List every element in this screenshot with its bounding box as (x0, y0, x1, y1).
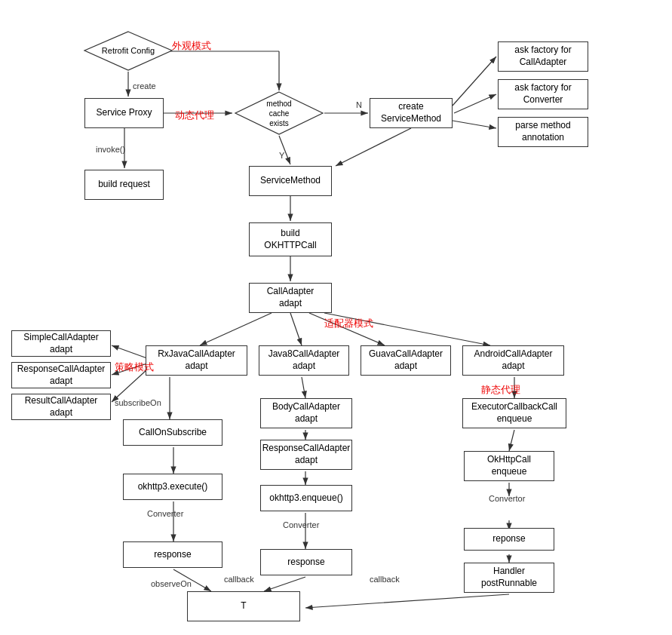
create-service-method-label: createServiceMethod (381, 101, 441, 124)
invoke-arrow-label: invoke() (96, 145, 125, 154)
simplecalladapter-box: SimpleCallAdapteradapt (11, 330, 111, 357)
java8-calladapter-box: Java8CallAdapteradapt (259, 345, 349, 376)
android-calladapter-box: AndroidCallAdapteradapt (462, 345, 564, 376)
reponse-label: reponse (492, 533, 525, 545)
method-cache-diamond: method cacheexists (234, 90, 324, 136)
ask-factory-converter-label: ask factory forConverter (514, 82, 571, 106)
callback2-label: callback (370, 575, 400, 584)
svg-line-16 (112, 345, 147, 358)
okhttpcall-enqueue-label: OkHttpCallenqueue (487, 454, 531, 477)
svg-line-13 (290, 313, 302, 345)
okhttp3-enqueue-box: okhttp3.enqueue() (260, 485, 352, 511)
response2-label: response (287, 557, 324, 569)
handler-post-label: HandlerpostRunnable (481, 566, 537, 589)
strategy-mode-label: 策略模式 (115, 360, 154, 374)
svg-line-6 (453, 57, 496, 106)
response2-box: response (260, 549, 352, 575)
resultcalladapter-box: ResultCallAdapteradapt (11, 394, 111, 420)
ask-factory-calladapter-box: ask factory forCallAdapter (498, 41, 588, 72)
parse-method-annotation-label: parse methodannotation (515, 120, 570, 143)
subscribeon-label: subscribeOn (115, 398, 161, 407)
method-cache-label: method cacheexists (256, 99, 302, 128)
simplecalladapter-label: SimpleCallAdapteradapt (23, 332, 98, 355)
svg-line-5 (279, 136, 290, 164)
bodycalladapter-label: BodyCallAdapteradapt (272, 401, 340, 425)
okhttp3-execute-box: okhttp3.execute() (123, 474, 222, 500)
calladapter-adapt-box: CallAdapteradapt (249, 283, 332, 313)
ask-factory-converter-box: ask factory forConverter (498, 79, 588, 109)
guava-calladapter-box: GuavaCallAdapteradapt (361, 345, 451, 376)
rxjava-calladapter-label: RxJavaCallAdapteradapt (158, 348, 235, 372)
svg-line-32 (264, 577, 305, 591)
guava-calladapter-label: GuavaCallAdapteradapt (369, 348, 443, 372)
responsecalladapter2-label: ResponseCallAdapteradapt (262, 443, 351, 466)
build-okhttpcall-box: buildOKHTTPCall (249, 222, 332, 256)
executor-callback-box: ExecutorCallbackCallenqueue (462, 398, 566, 428)
callonsubscribe-box: CallOnSubscribe (123, 419, 222, 446)
n-label: N (356, 100, 362, 109)
ask-factory-calladapter-label: ask factory forCallAdapter (514, 44, 571, 68)
reponse-box: reponse (464, 528, 554, 551)
calladapter-adapt-label: CallAdapteradapt (267, 286, 315, 309)
static-proxy-label: 静态代理 (481, 383, 520, 397)
okhttpcall-enqueue-box: OkHttpCallenqueue (464, 451, 554, 481)
response1-box: response (123, 541, 222, 568)
rxjava-calladapter-box: RxJavaCallAdapteradapt (146, 345, 247, 376)
service-method-box: ServiceMethod (249, 166, 332, 196)
android-calladapter-label: AndroidCallAdapteradapt (474, 348, 552, 372)
observeon-label: observeOn (151, 579, 192, 588)
callback1-label: callback (224, 575, 254, 584)
okhttp3-execute-label: okhttp3.execute() (138, 481, 208, 493)
svg-line-21 (302, 377, 305, 398)
t-box: T (187, 591, 300, 621)
create-service-method-box: createServiceMethod (370, 98, 453, 128)
converter1-label: Converter (147, 509, 183, 518)
build-okhttpcall-label: buildOKHTTPCall (264, 228, 316, 251)
svg-line-33 (305, 594, 509, 608)
outer-mode-label: 外观模式 (172, 39, 211, 53)
callonsubscribe-label: CallOnSubscribe (139, 427, 207, 439)
responsecalladapter1-box: ResponseCallAdapteradapt (11, 362, 111, 388)
svg-line-7 (454, 94, 496, 113)
diagram: Retrofit Config Service Proxy build requ… (0, 0, 672, 635)
service-method-label: ServiceMethod (260, 175, 321, 187)
t-label: T (241, 600, 246, 612)
service-proxy-box: Service Proxy (84, 98, 164, 128)
svg-line-27 (509, 430, 514, 451)
dynamic-proxy-label: 动态代理 (175, 109, 214, 122)
build-request-label: build request (98, 179, 150, 191)
java8-calladapter-label: Java8CallAdapteradapt (268, 348, 340, 372)
svg-line-18 (112, 370, 147, 402)
resultcalladapter-label: ResultCallAdapteradapt (25, 395, 98, 419)
response1-label: response (154, 549, 191, 561)
retrofit-config-label: Retrofit Config (102, 45, 155, 56)
handler-post-box: HandlerpostRunnable (464, 563, 554, 593)
convertor-label: Convertor (489, 494, 525, 503)
create-arrow-label: create (133, 81, 156, 90)
converter2-label: Converter (283, 520, 319, 529)
build-request-box: build request (84, 170, 164, 200)
bodycalladapter-box: BodyCallAdapteradapt (260, 398, 352, 428)
responsecalladapter1-label: ResponseCallAdapteradapt (17, 364, 106, 387)
retrofit-config-box: Retrofit Config (83, 30, 173, 72)
svg-line-12 (200, 313, 272, 345)
svg-line-8 (453, 121, 496, 128)
executor-callback-label: ExecutorCallbackCallenqueue (471, 401, 557, 425)
parse-method-annotation-box: parse methodannotation (498, 117, 588, 147)
responsecalladapter2-box: ResponseCallAdapteradapt (260, 440, 352, 470)
svg-line-9 (336, 128, 411, 166)
okhttp3-enqueue-label: okhttp3.enqueue() (269, 492, 342, 505)
service-proxy-label: Service Proxy (96, 107, 152, 119)
y-label: Y (279, 151, 284, 160)
adapter-mode-label: 适配器模式 (324, 317, 373, 330)
